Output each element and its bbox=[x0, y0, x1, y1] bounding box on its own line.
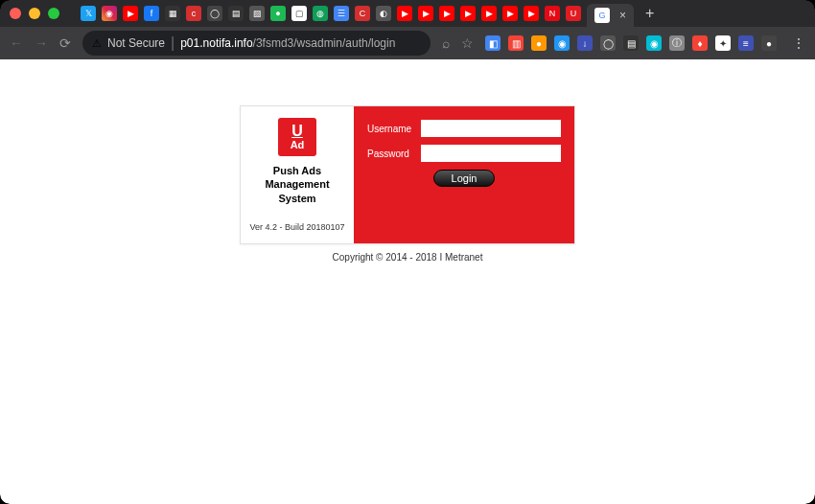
extension-icon[interactable]: ◉ bbox=[554, 35, 570, 51]
active-tab[interactable]: G× bbox=[587, 4, 634, 27]
background-tab[interactable]: ☰ bbox=[334, 6, 349, 21]
login-button[interactable]: Login bbox=[433, 170, 496, 187]
forward-button[interactable]: → bbox=[35, 35, 48, 51]
username-label: Username bbox=[367, 124, 415, 134]
not-secure-icon: ⚠︎ bbox=[92, 37, 102, 50]
browser-menu-button[interactable]: ⋮ bbox=[792, 35, 805, 51]
login-card: U Ad Push Ads Management System Ver 4.2 … bbox=[240, 105, 575, 244]
background-tab[interactable]: ◐ bbox=[376, 6, 391, 21]
background-tab[interactable]: f bbox=[144, 6, 159, 21]
extension-icon[interactable]: ↓ bbox=[577, 35, 593, 51]
search-icon[interactable]: ⌕ bbox=[442, 35, 450, 51]
login-left-pane: U Ad Push Ads Management System Ver 4.2 … bbox=[241, 106, 354, 243]
background-tab[interactable]: ▶ bbox=[524, 6, 539, 21]
extension-icon[interactable]: ♦ bbox=[692, 35, 708, 51]
version-label: Ver 4.2 - Build 20180107 bbox=[248, 222, 346, 232]
extension-icon[interactable]: ● bbox=[761, 35, 777, 51]
url-field[interactable]: ⚠︎ Not Secure | p01.notifa.info/3fsmd3/w… bbox=[82, 31, 431, 56]
username-input[interactable] bbox=[421, 120, 561, 137]
uad-logo: U Ad bbox=[278, 118, 316, 156]
back-button[interactable]: ← bbox=[10, 35, 23, 51]
background-tab[interactable]: ◉ bbox=[102, 6, 117, 21]
background-tab[interactable]: ▤ bbox=[228, 6, 244, 21]
copyright-text: Copyright © 2014 - 2018 I Metranet bbox=[333, 252, 483, 263]
background-tab[interactable]: ▶ bbox=[439, 6, 454, 21]
password-label: Password bbox=[367, 149, 415, 159]
close-tab-icon[interactable]: × bbox=[619, 9, 626, 22]
extension-icon[interactable]: ▤ bbox=[623, 35, 639, 51]
username-row: Username bbox=[367, 120, 561, 137]
system-title: Push Ads Management System bbox=[248, 164, 346, 205]
traffic-lights bbox=[10, 8, 59, 19]
url-text: p01.notifa.info/3fsmd3/wsadmin/auth/logi… bbox=[180, 36, 395, 50]
tab-strip: 𝕏◉▶f▦c◯▤▧●▢◍☰C◐▶▶▶▶▶▶▶NUG×+ bbox=[81, 0, 805, 27]
background-tab[interactable]: ▶ bbox=[123, 6, 138, 21]
extension-icon[interactable]: ● bbox=[531, 35, 547, 51]
background-tab[interactable]: N bbox=[545, 6, 560, 21]
browser-window: 𝕏◉▶f▦c◯▤▧●▢◍☰C◐▶▶▶▶▶▶▶NUG×+ ← → ⟳ ⚠︎ Not… bbox=[0, 0, 815, 504]
new-tab-button[interactable]: + bbox=[645, 5, 654, 22]
password-input[interactable] bbox=[421, 145, 561, 162]
background-tab[interactable]: C bbox=[355, 6, 370, 21]
background-tab[interactable]: ● bbox=[270, 6, 286, 21]
extension-icon[interactable]: ◧ bbox=[485, 35, 501, 51]
minimize-window-button[interactable] bbox=[29, 8, 40, 19]
background-tab[interactable]: ▶ bbox=[460, 6, 476, 21]
titlebar: 𝕏◉▶f▦c◯▤▧●▢◍☰C◐▶▶▶▶▶▶▶NUG×+ bbox=[0, 0, 815, 27]
maximize-window-button[interactable] bbox=[48, 8, 59, 19]
background-tab[interactable]: 𝕏 bbox=[81, 6, 96, 21]
extension-icon[interactable]: ⓘ bbox=[669, 35, 685, 51]
extension-icon[interactable]: ✦ bbox=[715, 35, 731, 51]
password-row: Password bbox=[367, 145, 561, 162]
bookmark-icon[interactable]: ☆ bbox=[461, 35, 474, 51]
not-secure-label: Not Secure bbox=[107, 36, 165, 50]
extension-icon[interactable]: ◉ bbox=[646, 35, 662, 51]
background-tab[interactable]: U bbox=[566, 6, 581, 21]
background-tab[interactable]: ▦ bbox=[165, 6, 180, 21]
page-content: U Ad Push Ads Management System Ver 4.2 … bbox=[0, 59, 815, 504]
reload-button[interactable]: ⟳ bbox=[59, 35, 71, 51]
google-favicon-icon: G bbox=[594, 8, 610, 23]
background-tab[interactable]: ◍ bbox=[313, 6, 328, 21]
extension-icon[interactable]: ≡ bbox=[738, 35, 754, 51]
close-window-button[interactable] bbox=[10, 8, 21, 19]
background-tab[interactable]: c bbox=[186, 6, 201, 21]
background-tab[interactable]: ▧ bbox=[249, 6, 265, 21]
extension-icon[interactable]: ◯ bbox=[600, 35, 616, 51]
background-tab[interactable]: ▶ bbox=[502, 6, 518, 21]
login-form: Username Password Login bbox=[354, 106, 574, 243]
background-tab[interactable]: ▶ bbox=[481, 6, 497, 21]
address-bar: ← → ⟳ ⚠︎ Not Secure | p01.notifa.info/3f… bbox=[0, 27, 815, 59]
background-tab[interactable]: ◯ bbox=[207, 6, 222, 21]
background-tab[interactable]: ▢ bbox=[291, 6, 307, 21]
extension-icons: ◧▥●◉↓◯▤◉ⓘ♦✦≡● bbox=[485, 35, 777, 51]
background-tab[interactable]: ▶ bbox=[397, 6, 412, 21]
extension-icon[interactable]: ▥ bbox=[508, 35, 524, 51]
background-tab[interactable]: ▶ bbox=[418, 6, 433, 21]
